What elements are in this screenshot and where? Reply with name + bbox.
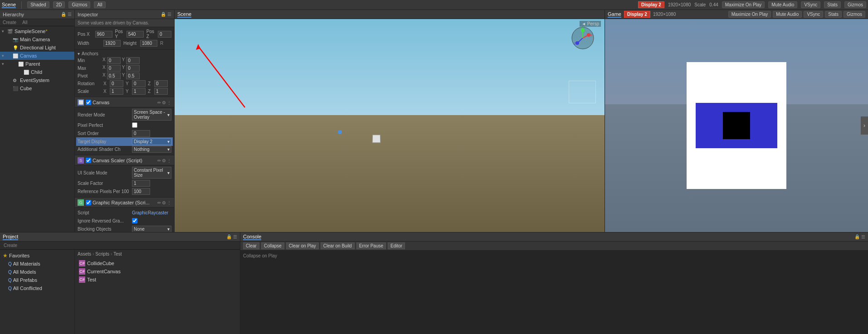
project-all-materials-item[interactable]: Q All Materials: [0, 260, 74, 268]
rot-x-input[interactable]: [110, 80, 123, 87]
clear-on-build-button[interactable]: Clear on Build: [321, 242, 355, 249]
mute-audio-button[interactable]: Mute Audio: [768, 1, 797, 8]
raycaster-settings-icon[interactable]: ⚙: [162, 200, 166, 205]
height-input[interactable]: [140, 40, 157, 47]
breadcrumb-test[interactable]: Test: [113, 252, 122, 257]
hierarchy-menu-icon[interactable]: ☰: [68, 12, 72, 17]
tree-item-samplescene[interactable]: ▾ 🎬 SampleScene*: [0, 27, 74, 35]
vsync-button[interactable]: VSync: [801, 1, 820, 8]
project-favorites-item[interactable]: ★ Favorites: [0, 252, 74, 260]
editor-button[interactable]: Editor: [388, 242, 405, 249]
project-all-prefabs-item[interactable]: Q All Prefabs: [0, 276, 74, 284]
tree-item-directionallight[interactable]: 💡 Directional Light: [0, 44, 74, 52]
max-x-input[interactable]: [107, 65, 121, 72]
tree-item-eventsystem[interactable]: ⚙ EventSystem: [0, 76, 74, 84]
scale-y-input[interactable]: [132, 88, 146, 95]
sort-order-input[interactable]: [132, 130, 150, 137]
mute-audio-btn[interactable]: Mute Audio: [773, 11, 802, 18]
pos-z-input[interactable]: [158, 31, 171, 38]
min-y-input[interactable]: [126, 57, 140, 64]
render-mode-dropdown[interactable]: Screen Space - Overlay ▾: [132, 109, 171, 121]
project-lock-icon[interactable]: 🔒: [226, 234, 232, 239]
display-badge[interactable]: Display 2: [638, 1, 664, 8]
tree-item-parent[interactable]: ▾ ⬜ Parent: [0, 60, 74, 68]
width-input[interactable]: [103, 40, 121, 47]
scene-view[interactable]: ◄ Persp X Y Z: [175, 19, 605, 232]
canvas-more-icon[interactable]: ⋮: [167, 100, 171, 105]
all-button[interactable]: All: [94, 1, 105, 8]
rot-y-input[interactable]: [132, 80, 146, 87]
project-menu-icon[interactable]: ☰: [233, 234, 237, 239]
shaded-button[interactable]: Shaded: [27, 1, 49, 8]
clear-button[interactable]: Clear: [243, 242, 259, 249]
tree-item-canvas[interactable]: ▾ ⬜ Canvas: [0, 52, 74, 60]
scaler-more-icon[interactable]: ⋮: [167, 158, 171, 163]
game-display-badge[interactable]: Display 2: [624, 11, 650, 18]
canvas-scaler-header[interactable]: S Canvas Scaler (Script) ✏ ⚙ ⋮: [75, 155, 174, 165]
breadcrumb-scripts[interactable]: Scripts: [95, 252, 109, 257]
scale-z-input[interactable]: [154, 88, 168, 95]
stats-btn[interactable]: Stats: [825, 11, 842, 18]
hierarchy-create[interactable]: Create All: [0, 19, 74, 26]
gizmos-button[interactable]: Gizmos: [68, 1, 90, 8]
blocking-objects-dropdown[interactable]: None ▾: [132, 226, 171, 232]
scene-tab[interactable]: Scene: [2, 2, 16, 8]
canvas-edit-icon[interactable]: ✏: [157, 100, 161, 105]
canvas-settings-icon[interactable]: ⚙: [162, 100, 166, 105]
scene-tab-label[interactable]: Scene: [177, 11, 191, 18]
gizmos3-btn[interactable]: Gizmos: [844, 11, 865, 18]
graphic-raycaster-header[interactable]: G Graphic Raycaster (Scri... ✏ ⚙ ⋮: [75, 198, 174, 208]
min-x-input[interactable]: [107, 57, 121, 64]
project-all-conflicted-item[interactable]: Q All Conflicted: [0, 284, 74, 292]
collapse-button[interactable]: Collapse: [261, 242, 284, 249]
raycaster-more-icon[interactable]: ⋮: [167, 200, 171, 205]
max-y-input[interactable]: [126, 65, 140, 72]
vsync-btn[interactable]: VSync: [804, 11, 823, 18]
inspector-menu-icon[interactable]: ☰: [167, 12, 171, 17]
scale-x-input[interactable]: [110, 88, 123, 95]
2d-button[interactable]: 2D: [53, 1, 65, 8]
asset-item-currentcanvas[interactable]: C# CurrentCanvas: [78, 267, 237, 276]
game-tab-label[interactable]: Game: [608, 11, 621, 18]
rot-z-input[interactable]: [154, 80, 168, 87]
graphic-raycaster-checkbox[interactable]: [86, 200, 91, 205]
error-pause-button[interactable]: Error Pause: [356, 242, 386, 249]
target-display-dropdown[interactable]: Display 2 ▾: [132, 138, 171, 145]
ignore-reversed-checkbox[interactable]: [132, 218, 137, 223]
console-menu-icon[interactable]: ☰: [861, 234, 865, 239]
canvas-component-header[interactable]: ⬜ Canvas ✏ ⚙ ⋮: [75, 97, 174, 107]
scaler-settings-icon[interactable]: ⚙: [162, 158, 166, 163]
raycaster-edit-icon[interactable]: ✏: [157, 200, 161, 205]
asset-item-collidecube[interactable]: C# CollideCube: [78, 259, 237, 267]
game-view[interactable]: ›: [605, 19, 868, 232]
additional-shader-dropdown[interactable]: Nothing ▾: [132, 146, 171, 153]
game-side-arrow[interactable]: ›: [861, 116, 868, 135]
pos-x-input[interactable]: [95, 31, 112, 38]
canvas-scaler-checkbox[interactable]: [86, 158, 91, 163]
console-lock-icon[interactable]: 🔒: [854, 234, 860, 239]
project-create[interactable]: Create: [0, 242, 240, 250]
maximize-on-play-button[interactable]: Maximize On Play: [722, 1, 765, 8]
stats-button[interactable]: Stats: [824, 1, 841, 8]
scale-factor-input[interactable]: [132, 180, 150, 187]
tree-item-maincamera[interactable]: 📷 Main Camera: [0, 35, 74, 44]
maximize-on-play-btn[interactable]: Maximize On Play: [728, 11, 771, 18]
clear-on-play-button[interactable]: Clear on Play: [286, 242, 319, 249]
canvas-enabled-checkbox[interactable]: [86, 100, 91, 105]
breadcrumb-assets[interactable]: Assets: [78, 252, 91, 257]
pivot-x-input[interactable]: [107, 73, 121, 79]
gizmos2-button[interactable]: Gizmos: [844, 1, 866, 8]
tree-item-cube[interactable]: ⬛ Cube: [0, 84, 74, 92]
ui-scale-dropdown[interactable]: Constant Pixel Size ▾: [132, 167, 171, 179]
pixel-perfect-checkbox[interactable]: [132, 122, 137, 128]
scaler-edit-icon[interactable]: ✏: [157, 158, 161, 163]
ref-pixels-input[interactable]: [132, 188, 150, 195]
tree-item-child[interactable]: ⬜ Child: [0, 68, 74, 76]
hierarchy-lock-icon[interactable]: 🔒: [61, 12, 66, 17]
pos-y-input[interactable]: [127, 31, 144, 38]
pivot-y-input[interactable]: [126, 73, 140, 79]
console-body[interactable]: Collapse on Play: [240, 251, 868, 334]
asset-item-test[interactable]: C# Test: [78, 276, 237, 284]
project-all-models-item[interactable]: Q All Models: [0, 268, 74, 276]
inspector-lock-icon[interactable]: 🔒: [161, 12, 166, 17]
